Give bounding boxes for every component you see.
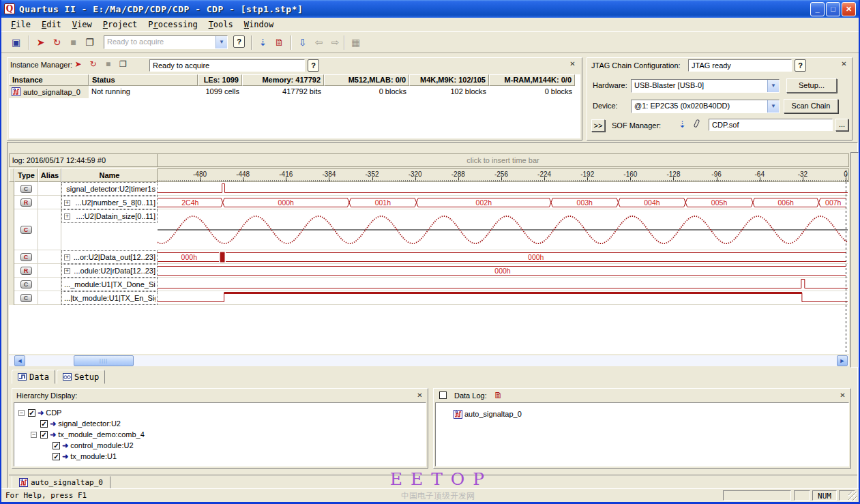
close-panel-icon[interactable]: ✕ bbox=[837, 391, 848, 401]
tab-setup[interactable]: Setup bbox=[57, 370, 105, 384]
node-checkbox[interactable]: ✓ bbox=[40, 420, 48, 428]
signal-alias-cell[interactable] bbox=[38, 196, 61, 209]
node-checkbox[interactable]: ✓ bbox=[53, 453, 60, 460]
hierarchy-item-tx-module-u1[interactable]: ✓➜tx_module:U1 bbox=[43, 451, 117, 462]
node-checkbox[interactable]: ✓ bbox=[40, 431, 48, 439]
chevron-down-icon[interactable]: ▼ bbox=[767, 100, 779, 113]
column-header[interactable]: LEs: 1099 bbox=[198, 74, 242, 86]
signal-alias-cell[interactable] bbox=[38, 278, 61, 291]
help-icon[interactable]: ? bbox=[233, 35, 245, 48]
node-checkbox[interactable]: ✓ bbox=[28, 409, 35, 417]
close-panel-icon[interactable]: ✕ bbox=[567, 59, 578, 70]
signal-alias-cell[interactable] bbox=[38, 250, 61, 264]
time-ruler[interactable]: -480-448-416-384-352-320-288-256-224-192… bbox=[158, 168, 849, 182]
expand-icon[interactable]: + bbox=[64, 200, 70, 206]
maximize-button[interactable]: □ bbox=[826, 2, 840, 16]
run-analysis-icon[interactable]: ➤ bbox=[70, 57, 86, 72]
signal-type-cell[interactable]: C bbox=[14, 278, 38, 291]
paperclip-icon[interactable] bbox=[694, 119, 700, 128]
stop-analysis-icon[interactable]: ■ bbox=[65, 35, 81, 50]
expand-icon[interactable]: + bbox=[64, 254, 70, 261]
signaltap-editor-icon[interactable]: ▣ bbox=[8, 35, 24, 50]
signal-alias-cell[interactable] bbox=[38, 264, 61, 278]
horizontal-scrollbar[interactable]: ◄ ► bbox=[9, 355, 849, 366]
minimize-button[interactable]: _ bbox=[810, 2, 825, 16]
signal-name-cell[interactable]: +...or:U2|Data_out[12..23] bbox=[61, 250, 158, 264]
data-log-checkbox[interactable] bbox=[439, 391, 447, 399]
signal-type-cell[interactable]: C bbox=[14, 250, 38, 264]
program-device-icon[interactable]: ⇣ bbox=[679, 119, 686, 130]
vertical-scrollbar[interactable] bbox=[850, 152, 859, 368]
expand-icon[interactable]: + bbox=[64, 268, 70, 274]
tab-data[interactable]: Data bbox=[12, 370, 55, 384]
menu-processing[interactable]: Processing bbox=[143, 18, 203, 31]
hierarchy-item-signal-detector-u2[interactable]: ✓➜signal_detector:U2 bbox=[31, 418, 121, 429]
autorun-analysis-icon[interactable]: ↻ bbox=[49, 35, 65, 50]
collapse-icon[interactable]: − bbox=[18, 410, 25, 416]
waveform-plot[interactable]: 2C4h000h001h002h003h004h005h006h007h000h… bbox=[158, 182, 848, 305]
resize-grip[interactable] bbox=[848, 492, 857, 501]
read-data-icon[interactable]: ❐ bbox=[115, 57, 131, 72]
close-button[interactable]: ✕ bbox=[842, 2, 856, 16]
insert-node-icon[interactable]: ⇩ bbox=[295, 35, 310, 50]
setup-button[interactable]: Setup... bbox=[786, 78, 837, 93]
signal-name-cell[interactable]: ..._module:U1|TX_Done_Sig bbox=[61, 278, 158, 291]
signal-name-cell[interactable]: +...:U2|Datain_size[0..11] bbox=[61, 209, 158, 223]
menu-window[interactable]: Window bbox=[239, 18, 279, 31]
signal-type-cell[interactable]: R bbox=[14, 264, 38, 278]
signal-alias-cell[interactable] bbox=[38, 209, 61, 250]
acquire-status-combobox[interactable]: Ready to acquire ▼ bbox=[104, 35, 228, 49]
data-log-item-auto_signaltap_0[interactable]: auto_signaltap_0 bbox=[454, 409, 522, 419]
close-panel-icon[interactable]: ✕ bbox=[839, 59, 849, 70]
signal-type-cell[interactable]: C bbox=[14, 182, 38, 196]
hierarchy-item-control-module-u2[interactable]: ✓➜control_module:U2 bbox=[43, 440, 134, 451]
menu-view[interactable]: View bbox=[67, 18, 98, 31]
signal-name-cell[interactable]: ...|tx_module:U1|TX_En_Sig bbox=[61, 291, 158, 305]
device-select[interactable]: @1: EP2C35 (0x020B40DD)▼ bbox=[631, 100, 780, 113]
signal-type-cell[interactable]: C bbox=[14, 291, 38, 305]
tab-auto-signaltap-0[interactable]: auto_signaltap_0 bbox=[12, 476, 110, 489]
signal-name-cell[interactable]: signal_detector:U2|timer1s bbox=[61, 182, 158, 196]
signal-type-cell[interactable]: C bbox=[14, 209, 38, 250]
scrollbar-thumb[interactable] bbox=[74, 355, 134, 366]
column-header[interactable]: Instance bbox=[9, 74, 89, 86]
hardware-select[interactable]: USB-Blaster [USB-0]▼ bbox=[631, 79, 780, 93]
timebar-hint[interactable]: click to insert time bar bbox=[158, 153, 849, 167]
column-header[interactable]: M4K,M9K: 102/105 bbox=[409, 74, 489, 86]
stop-analysis-icon[interactable]: ■ bbox=[100, 57, 116, 72]
column-header[interactable]: Status bbox=[89, 74, 198, 86]
menu-edit[interactable]: Edit bbox=[36, 18, 67, 31]
read-data-icon[interactable]: ❐ bbox=[82, 35, 98, 50]
collapse-icon[interactable]: − bbox=[31, 432, 37, 438]
run-analysis-icon[interactable]: ➤ bbox=[33, 35, 48, 50]
menu-tools[interactable]: Tools bbox=[203, 18, 239, 31]
scroll-right-icon[interactable]: ► bbox=[837, 355, 848, 366]
instance-row[interactable]: auto_signaltap_0 bbox=[9, 86, 89, 98]
signal-name-cell[interactable]: +...U2|number_5_8[0..11] bbox=[61, 196, 158, 209]
signal-name-cell[interactable]: +...odule:U2|rData[12..23] bbox=[61, 264, 158, 278]
sof-file-icon[interactable]: 🗎 bbox=[271, 35, 287, 50]
signal-alias-cell[interactable] bbox=[38, 291, 61, 305]
log-file-icon[interactable]: 🗎 bbox=[494, 390, 503, 400]
signal-type-cell[interactable]: R bbox=[14, 196, 38, 209]
autorun-analysis-icon[interactable]: ↻ bbox=[85, 57, 101, 72]
column-header[interactable]: Memory: 417792 bbox=[242, 74, 324, 86]
node-checkbox[interactable]: ✓ bbox=[53, 442, 60, 449]
help-icon[interactable]: ? bbox=[795, 59, 806, 72]
expand-icon[interactable]: + bbox=[64, 213, 70, 220]
expand-sof-button[interactable]: >> bbox=[591, 119, 605, 132]
sof-file-field[interactable]: CDP.sof bbox=[709, 119, 833, 131]
chevron-down-icon[interactable]: ▼ bbox=[767, 80, 779, 92]
browse-sof-button[interactable]: ... bbox=[835, 119, 848, 131]
scroll-left-icon[interactable]: ◄ bbox=[14, 355, 25, 366]
back-icon[interactable]: ⇦ bbox=[311, 35, 327, 50]
program-device-icon[interactable]: ⇣ bbox=[255, 35, 271, 50]
column-header[interactable]: M512,MLAB: 0/0 bbox=[324, 74, 409, 86]
column-header[interactable]: M-RAM,M144K: 0/0 bbox=[489, 74, 575, 86]
chevron-down-icon[interactable]: ▼ bbox=[216, 36, 227, 48]
scan-chain-button[interactable]: Scan Chain bbox=[784, 99, 838, 113]
menu-project[interactable]: Project bbox=[98, 18, 143, 31]
forward-icon[interactable]: ⇨ bbox=[327, 35, 343, 50]
dialog-grid-icon[interactable]: ▦ bbox=[348, 35, 364, 50]
hierarchy-item-cdp[interactable]: −✓➜CDP bbox=[18, 407, 61, 418]
